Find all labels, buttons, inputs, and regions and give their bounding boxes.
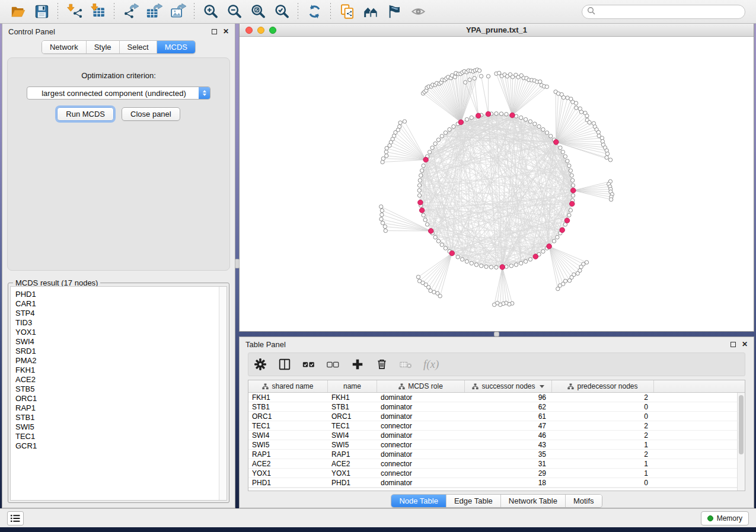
column-view-button[interactable] [277, 357, 292, 371]
mcds-result-item[interactable]: STP4 [15, 309, 219, 318]
result-scrollbar[interactable] [219, 287, 227, 500]
table-row[interactable]: RAP1RAP1dominator352 [248, 450, 745, 459]
network-graph[interactable] [240, 37, 754, 331]
table-cell: 0 [552, 412, 654, 421]
mcds-result-item[interactable]: SWI4 [15, 337, 219, 347]
mcds-result-item[interactable]: ORC1 [15, 394, 219, 403]
network-window-titlebar[interactable]: YPA_prune.txt_1 [240, 24, 754, 37]
table-cell: YOX1 [328, 469, 377, 477]
apply-layout-button[interactable] [302, 2, 326, 22]
table-cell: 2 [552, 393, 654, 402]
table-scrollbar[interactable] [737, 393, 745, 491]
horizontal-splitter[interactable] [239, 332, 754, 336]
task-history-button[interactable] [7, 511, 24, 525]
gear-button[interactable] [253, 357, 267, 371]
memory-label: Memory [717, 514, 742, 523]
float-panel-icon[interactable] [212, 29, 217, 34]
table-tab-edge-table[interactable]: Edge Table [446, 495, 501, 507]
select-all-button[interactable] [302, 357, 316, 371]
graphics-details-button[interactable] [382, 2, 406, 22]
network-canvas[interactable] [240, 37, 754, 331]
close-panel-icon[interactable]: ✕ [223, 28, 229, 35]
column-header-predecessor-nodes[interactable]: predecessor nodes [552, 380, 654, 392]
search-box[interactable] [582, 5, 745, 19]
export-table-button[interactable] [142, 2, 166, 22]
mcds-result-item[interactable]: SWI5 [15, 422, 219, 432]
mcds-result-item[interactable]: STB5 [15, 384, 219, 394]
table-row[interactable]: SWI5SWI5connector431 [248, 440, 745, 450]
table-cell: SWI5 [248, 440, 328, 449]
zoom-out-button[interactable] [222, 2, 246, 22]
tab-select[interactable]: Select [120, 41, 157, 53]
deselect-all-button[interactable] [326, 357, 340, 371]
column-header-name[interactable]: name [328, 380, 377, 392]
first-neighbors-button[interactable] [359, 2, 382, 22]
mcds-result-item[interactable]: SRD1 [15, 347, 219, 356]
vertical-splitter[interactable] [235, 24, 239, 508]
tab-network[interactable]: Network [42, 41, 87, 53]
delete-table-button [399, 357, 413, 371]
float-table-panel-icon[interactable] [731, 342, 736, 347]
mcds-result-item[interactable]: TID3 [15, 318, 219, 328]
table-tab-network-table[interactable]: Network Table [501, 495, 566, 507]
mcds-result-item[interactable]: PHD1 [15, 290, 219, 299]
column-header-successor-nodes[interactable]: successor nodes [465, 380, 552, 392]
table-cell: 62 [465, 402, 552, 411]
table-cell: dominator [377, 431, 465, 440]
table-tab-motifs[interactable]: Motifs [566, 495, 602, 507]
column-header-MCDS-role[interactable]: MCDS role [377, 380, 465, 392]
mcds-result-item[interactable]: TEC1 [15, 432, 219, 441]
search-input[interactable] [595, 8, 745, 16]
table-row[interactable]: YOX1YOX1connector291 [248, 469, 745, 478]
run-mcds-button[interactable]: Run MCDS [57, 107, 114, 121]
table-scrollbar-thumb[interactable] [739, 395, 744, 454]
toolbar-separator [330, 3, 331, 21]
mcds-result-item[interactable]: FKH1 [15, 366, 219, 375]
zoom-in-button[interactable] [199, 2, 222, 22]
save-session-button[interactable] [30, 2, 53, 22]
table-cell: PHD1 [328, 478, 377, 487]
optimization-label: Optimization criterion: [81, 71, 156, 80]
table-row[interactable]: PHD1PHD1dominator180 [248, 478, 745, 488]
mcds-result-item[interactable]: YOX1 [15, 328, 219, 337]
node-table[interactable]: shared namenameMCDS rolesuccessor nodesp… [248, 380, 745, 491]
mcds-result-list[interactable]: PHD1CAR1STP4TID3YOX1SWI4SRD1PMA2FKH1ACE2… [10, 286, 227, 501]
table-row[interactable]: STB1STB1dominator620 [248, 402, 745, 412]
save-session-icon [34, 4, 50, 20]
export-image-icon [170, 4, 186, 20]
tab-mcds[interactable]: MCDS [157, 41, 195, 53]
toolbar-separator [58, 3, 58, 21]
table-row[interactable]: ACE2ACE2connector311 [248, 459, 745, 469]
zoom-selected-button[interactable] [270, 2, 294, 22]
mcds-result-item[interactable]: GCR1 [15, 441, 219, 451]
export-network-button[interactable] [119, 2, 142, 22]
import-network-button[interactable] [62, 2, 86, 22]
new-network-from-selection-button[interactable] [335, 2, 359, 22]
table-row[interactable]: FKH1FKH1dominator962 [248, 393, 745, 402]
add-column-button[interactable] [350, 357, 365, 371]
mcds-result-item[interactable]: PMA2 [15, 356, 219, 366]
close-panel-button[interactable]: Close panel [122, 107, 180, 121]
table-row[interactable]: TEC1TEC1connector472 [248, 421, 745, 431]
table-row[interactable]: ORC1ORC1dominator610 [248, 412, 745, 421]
table-row[interactable]: SWI4SWI4dominator462 [248, 431, 745, 440]
mcds-result-item[interactable]: STB1 [15, 413, 219, 422]
column-header-filler [654, 380, 745, 392]
mcds-result-item[interactable]: ACE2 [15, 375, 219, 384]
column-header-shared-name[interactable]: shared name [248, 380, 328, 392]
table-tab-node-table[interactable]: Node Table [391, 495, 446, 507]
export-image-button[interactable] [166, 2, 190, 22]
table-cell: connector [377, 421, 465, 430]
close-table-panel-icon[interactable]: ✕ [742, 341, 748, 348]
tab-style[interactable]: Style [87, 41, 120, 53]
mcds-result-item[interactable]: RAP1 [15, 403, 219, 413]
mcds-result-item[interactable]: CAR1 [15, 299, 219, 309]
splitter-grip[interactable] [235, 259, 240, 268]
zoom-fit-button[interactable] [246, 2, 270, 22]
optimization-dropdown[interactable]: largest connected component (undirected) [27, 86, 210, 100]
memory-button[interactable]: Memory [701, 511, 749, 525]
delete-column-button[interactable] [375, 357, 389, 371]
import-table-button[interactable] [86, 2, 110, 22]
splitter-grip-horizontal[interactable] [494, 332, 499, 336]
open-file-button[interactable] [6, 2, 30, 22]
